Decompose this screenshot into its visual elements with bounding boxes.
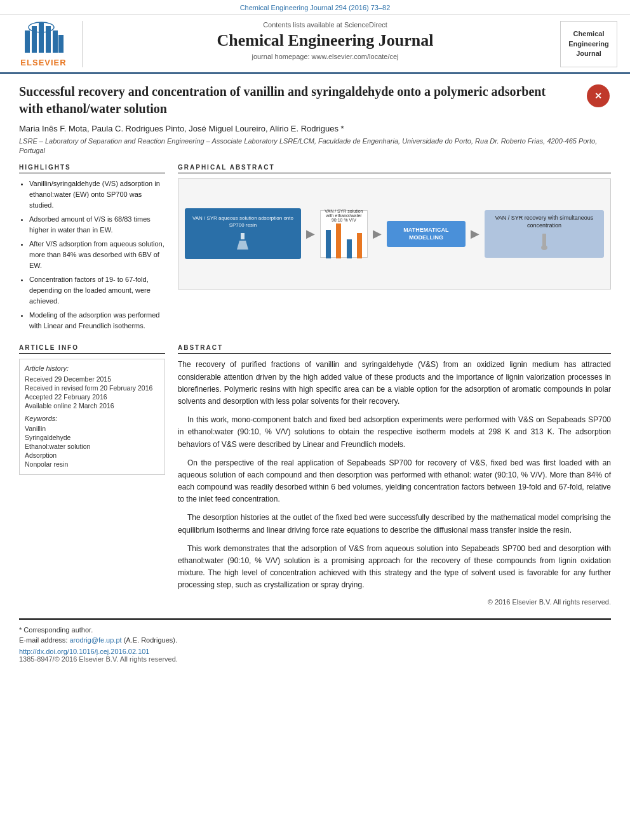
svg-rect-5 bbox=[58, 35, 64, 53]
ga-step2-label: VAN / SYR solution with ethanol/water 90… bbox=[323, 209, 365, 222]
journal-homepage: journal homepage: www.elsevier.com/locat… bbox=[97, 53, 554, 60]
issn-line: 1385-8947/© 2016 Elsevier B.V. All right… bbox=[19, 655, 611, 663]
highlight-item: Adsorbed amount of V/S is 68/83 times hi… bbox=[29, 214, 165, 236]
svg-rect-0 bbox=[25, 30, 30, 53]
footnote: * Corresponding author. bbox=[19, 626, 611, 634]
keyword-vanillin: Vanillin bbox=[25, 425, 159, 432]
abstract-para-2: In this work, mono-component batch and f… bbox=[178, 414, 611, 451]
svg-marker-8 bbox=[237, 241, 248, 250]
ga-math-box: MATHEMATICAL MODELLING bbox=[387, 221, 466, 247]
highlight-item: Modeling of the adsorption was performed… bbox=[29, 310, 165, 331]
ga-math-label: MATHEMATICAL MODELLING bbox=[403, 227, 448, 241]
accepted-date: Accepted 22 February 2016 bbox=[25, 393, 159, 401]
journal-header-center: Contents lists available at ScienceDirec… bbox=[90, 21, 560, 67]
svg-rect-4 bbox=[53, 30, 58, 53]
journal-reference: Chemical Engineering Journal 294 (2016) … bbox=[240, 4, 391, 11]
ga-step1: VAN / SYR aqueous solution adsorption on… bbox=[185, 208, 301, 259]
crossmark-badge: ✕ bbox=[586, 83, 611, 109]
ga-final-label: VAN / SYR recovery with simultaneous con… bbox=[495, 215, 593, 229]
highlight-item: After V/S adsorption from aqueous soluti… bbox=[29, 239, 165, 271]
chart-bar-2 bbox=[336, 223, 341, 258]
abstract-label: ABSTRACT bbox=[178, 344, 611, 354]
svg-rect-1 bbox=[32, 26, 37, 53]
abstract-para-5: This work demonstrates that the adsorpti… bbox=[178, 543, 611, 592]
chart-bar-4 bbox=[357, 233, 362, 258]
graphical-abstract-label: GRAPHICAL ABSTRACT bbox=[178, 164, 611, 173]
elsevier-logo: ELSEVIER bbox=[13, 21, 83, 67]
affiliation-line: LSRE – Laboratory of Separation and Reac… bbox=[19, 137, 611, 156]
abstract-para-1: The recovery of purified fractions of va… bbox=[178, 359, 611, 408]
svg-rect-7 bbox=[241, 233, 245, 239]
journal-logo-right: ChemicalEngineeringJournal bbox=[560, 21, 617, 67]
highlights-label: HIGHLIGHTS bbox=[19, 164, 165, 173]
article-info-label: ARTICLE INFO bbox=[19, 344, 165, 354]
highlights-list: Vanillin/syringaldehyde (V/S) adsorption… bbox=[19, 178, 165, 332]
crossmark-icon: ✕ bbox=[587, 84, 610, 107]
doi-line: http://dx.doi.org/10.1016/j.cej.2016.02.… bbox=[19, 648, 611, 655]
highlights-section: HIGHLIGHTS Vanillin/syringaldehyde (V/S)… bbox=[19, 164, 165, 335]
email-line: E-mail address: arodrig@fe.up.pt (A.E. R… bbox=[19, 636, 611, 644]
elsevier-brand-text: ELSEVIER bbox=[20, 58, 66, 67]
top-bar: Chemical Engineering Journal 294 (2016) … bbox=[0, 0, 630, 15]
copyright-line: © 2016 Elsevier B.V. All rights reserved… bbox=[178, 598, 611, 606]
graphical-abstract-box: VAN / SYR aqueous solution adsorption on… bbox=[178, 178, 611, 290]
authors-line: Maria Inês F. Mota, Paula C. Rodrigues P… bbox=[19, 124, 611, 133]
highlight-item: Vanillin/syringaldehyde (V/S) adsorption… bbox=[29, 178, 165, 211]
header-area: ELSEVIER Contents lists available at Sci… bbox=[0, 15, 630, 74]
highlight-item: Concentration factors of 19- to 67-fold,… bbox=[29, 274, 165, 307]
article-info-section: ARTICLE INFO Article history: Received 2… bbox=[19, 344, 165, 605]
svg-point-10 bbox=[541, 245, 547, 250]
contents-available-line: Contents lists available at ScienceDirec… bbox=[97, 21, 554, 29]
received-date: Received 29 December 2015 bbox=[25, 375, 159, 383]
chart-bar-3 bbox=[347, 239, 352, 258]
revised-date: Received in revised form 20 February 201… bbox=[25, 384, 159, 392]
ga-arrow-3: ▶ bbox=[471, 227, 479, 241]
svg-rect-9 bbox=[542, 234, 546, 246]
ga-chart: VAN / SYR solution with ethanol/water 90… bbox=[320, 210, 368, 258]
ga-arrow-2: ▶ bbox=[373, 227, 382, 241]
abstract-para-3: On the perspective of the real applicati… bbox=[178, 457, 611, 506]
abstract-text: The recovery of purified fractions of va… bbox=[178, 359, 611, 591]
keyword-nonpolar: Nonpolar resin bbox=[25, 460, 159, 468]
journal-title: Chemical Engineering Journal bbox=[97, 31, 554, 50]
email-suffix: (A.E. Rodrigues). bbox=[124, 636, 177, 644]
keyword-syringaldehyde: Syringaldehyde bbox=[25, 434, 159, 441]
flask-icon bbox=[233, 232, 252, 251]
graphical-abstract-section: GRAPHICAL ABSTRACT VAN / SYR aqueous sol… bbox=[178, 164, 611, 335]
chart-bar-1 bbox=[326, 230, 331, 258]
email-label: E-mail address: bbox=[19, 636, 67, 644]
article-info-inner: Article history: Received 29 December 20… bbox=[19, 359, 165, 475]
keywords-title: Keywords: bbox=[25, 415, 159, 422]
keyword-ethanol: Ethanol:water solution bbox=[25, 443, 159, 450]
article-title: Successful recovery and concentration of… bbox=[19, 83, 559, 117]
ga-final-box: VAN / SYR recovery with simultaneous con… bbox=[485, 210, 604, 258]
svg-rect-3 bbox=[46, 26, 51, 53]
footer-section: * Corresponding author. E-mail address: … bbox=[19, 618, 611, 663]
test-tube-icon bbox=[538, 232, 551, 251]
email-address: arodrig@fe.up.pt bbox=[69, 636, 121, 644]
article-history-title: Article history: bbox=[25, 364, 159, 372]
abstract-section: ABSTRACT The recovery of purified fracti… bbox=[178, 344, 611, 605]
keywords-section: Keywords: Vanillin Syringaldehyde Ethano… bbox=[25, 415, 159, 468]
elsevier-tree-icon bbox=[22, 21, 66, 56]
keyword-adsorption: Adsorption bbox=[25, 451, 159, 459]
ga-step1-label: VAN / SYR aqueous solution adsorption on… bbox=[190, 215, 296, 229]
available-date: Available online 2 March 2016 bbox=[25, 402, 159, 410]
ga-arrow-1: ▶ bbox=[306, 227, 315, 241]
article-title-section: Successful recovery and concentration of… bbox=[19, 83, 611, 117]
abstract-para-4: The desorption histories at the outlet o… bbox=[178, 512, 611, 536]
svg-rect-2 bbox=[39, 22, 44, 53]
